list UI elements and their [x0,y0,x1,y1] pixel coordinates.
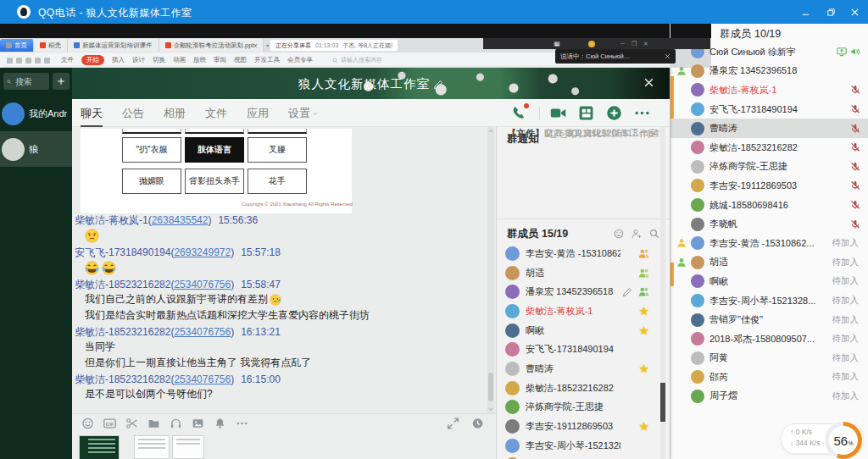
edit-card-icon[interactable] [622,287,632,297]
call-member-row[interactable]: 李吉安-周小琴-1521328... 待加入 [670,291,868,311]
group-member-row[interactable]: 李吉安-19112869503 [497,417,665,436]
shared-screen-tab[interactable]: 企鹅轮滑鞋考拉活动策划.pptx [159,39,264,52]
group-member-row[interactable]: 淬炼商学院-王思捷 [497,398,665,418]
session-item-my-android[interactable]: 我的Andr [0,96,72,131]
shared-screen-tab[interactable]: 首页 [0,39,34,52]
shared-screen-menu-item[interactable]: 视图 [234,56,247,64]
tooltip-close-icon[interactable] [665,53,670,59]
call-member-row[interactable]: 柴敏洁-蒋枚岚-1 [670,80,868,100]
create-icon[interactable] [606,105,622,121]
scroll-up-icon[interactable] [487,128,494,135]
pasted-document-thumbnail[interactable] [172,435,204,459]
call-member-row[interactable]: 营销罗"佳俊" 待加入 [670,310,868,329]
call-member-row[interactable]: 安飞飞-17318490194 [670,100,868,119]
search-input[interactable] [14,76,46,87]
call-member-row[interactable]: 李晓帆 [670,214,868,234]
shared-screen-menu-item[interactable]: 文件 [61,56,74,64]
message-uin-link[interactable]: 2534076756 [174,326,231,338]
video-call-icon[interactable] [550,105,566,121]
call-member-row[interactable]: 胡适 待加入 [670,253,868,273]
group-member-row[interactable]: 姚城-18580698416 [497,456,665,459]
members-scrollbar[interactable] [660,127,665,459]
shared-screen-menu-item[interactable]: 开发工具 [254,56,280,64]
emoji-picker-icon[interactable] [81,418,94,429]
voice-call-icon[interactable] [511,105,527,121]
minimize-button[interactable] [793,0,817,24]
shared-window-controls[interactable]: ─ ❐ ✕ [620,41,651,47]
screenshot-icon[interactable] [125,418,138,429]
shared-screen-menu-item[interactable]: 会员专享 [287,56,313,64]
scrollbar-thumb[interactable] [660,383,665,422]
shared-screen-tab[interactable]: 稻壳 [34,39,68,52]
call-member-row[interactable]: 李吉安-19112869503 [670,176,868,196]
message-sender[interactable]: 柴敏洁-蒋枚岚-1 [75,214,148,226]
message-uin-link[interactable]: 2534076756 [174,279,231,290]
shared-screen-tab[interactable]: 新媒体运营策划培训课件 [68,39,159,52]
group-member-row[interactable]: 啊瞅 [497,321,665,340]
group-member-row[interactable]: 柴敏洁-18523216282 [497,379,665,398]
message-list[interactable]: "扔"衣服 肢体语言 叉腰 抛媚眼 背影扭头杀手 花手 Copyright © … [72,127,496,413]
call-member-row[interactable]: 潘泉宏 13452396518 [670,62,868,81]
expand-icon[interactable] [447,418,459,429]
call-member-row[interactable]: 淬炼商学院-王思捷 [670,158,868,177]
call-member-row[interactable]: 啊瞅 待加入 [670,272,868,291]
chat-scrollbar[interactable] [487,127,494,413]
add-member-icon[interactable] [632,229,642,239]
chat-tab[interactable]: 应用 [245,106,270,121]
message-uin-link[interactable]: 2693249972 [174,246,231,258]
share-snapshot-icon[interactable] [553,41,561,47]
message-sender[interactable]: 安飞飞-17318490194 [75,246,170,258]
call-member-row[interactable]: 柴敏洁-18523216282 [670,138,868,158]
message-input-area[interactable] [72,432,496,459]
group-member-row[interactable]: 李吉安-黄浩 -15310862661 [497,244,665,263]
session-search-box[interactable] [3,73,49,90]
shared-screen-menu-item[interactable]: 审阅 [214,56,226,64]
edit-title-icon[interactable] [433,80,443,90]
close-button[interactable] [843,0,866,24]
shared-screen-menu-item[interactable]: 设计 [132,56,145,64]
shared-screen-menu-item[interactable]: 开始 [81,55,104,65]
pasted-document-thumbnail[interactable] [134,435,170,459]
group-member-row[interactable]: 柴敏洁-蒋枚岚-1 [497,301,665,321]
call-member-row[interactable]: 邵芮 待加入 [670,368,868,387]
restore-button[interactable] [819,0,843,24]
screen-share-icon[interactable] [578,105,594,121]
chat-close-icon[interactable] [643,77,654,88]
search-member-icon[interactable] [649,229,659,239]
send-file-icon[interactable] [147,418,160,429]
shared-screen-menu-item[interactable]: 切换 [153,56,165,64]
chat-tab[interactable]: 聊天 [79,106,104,121]
message-sender[interactable]: 柴敏洁-18523216282 [75,279,170,290]
performance-gauge[interactable]: 56% [825,422,862,459]
scroll-down-icon[interactable] [487,406,494,412]
group-member-row[interactable]: 胡适 [497,263,665,283]
tab-caret-icon[interactable]: ▾ [266,42,269,48]
call-member-row[interactable]: 周子熠 待加入 [670,387,868,406]
group-member-row[interactable]: 李吉安-周小琴-15213280804 [497,436,665,456]
chat-tab[interactable]: 相册 [162,106,187,121]
send-image-icon[interactable] [192,418,204,429]
notice-file-item[interactable]: 【文件】空白 3(1).xlsx [507,127,659,140]
call-member-row[interactable]: 阿黄 待加入 [670,349,868,368]
pasted-screenshot-thumbnail[interactable] [79,435,120,459]
more-tools-icon[interactable] [236,418,248,429]
shared-screen-search[interactable]: 请输入搜索内容 [332,56,382,64]
message-sender[interactable]: 柴敏洁-18523216282 [75,373,170,385]
group-member-row[interactable]: 潘泉宏 13452396518 [497,282,665,301]
call-member-row[interactable]: 姚城-18580698416 [670,196,868,215]
audio-message-icon[interactable] [170,418,182,429]
chat-tab[interactable]: 设置 [287,106,320,121]
chat-tab[interactable]: 文件 [203,106,229,121]
shared-screen-menu-item[interactable]: 放映 [193,56,206,64]
message-uin-link[interactable]: 2534076756 [174,373,231,385]
message-uin-link[interactable]: 2638435542 [152,214,209,226]
image-message[interactable]: "扔"衣服 肢体语言 叉腰 抛媚眼 背影扭头杀手 花手 Copyright © … [81,129,352,213]
call-member-row[interactable]: 2018-邓杰-1580809507... 待加入 [670,329,868,349]
shared-screen-menu-item[interactable]: 动画 [173,56,186,64]
add-session-button[interactable] [53,73,70,90]
session-item-group[interactable]: 狼 [0,131,72,167]
message-history-icon[interactable] [471,418,484,429]
message-sender[interactable]: 柴敏洁-18523216282 [75,326,170,338]
call-member-row[interactable]: 李吉安-黄浩 -15310862... 待加入 [670,234,868,253]
group-member-row[interactable]: 曹晴涛 [497,359,665,379]
